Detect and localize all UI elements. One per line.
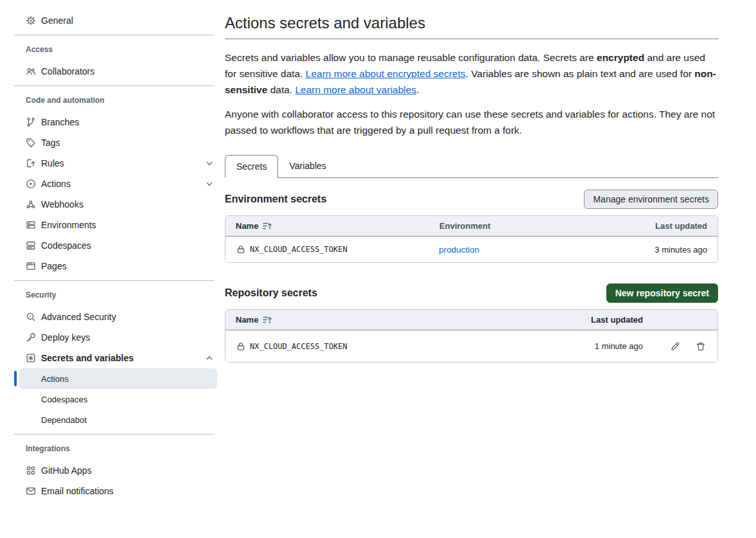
manage-environment-secrets-button[interactable]: Manage environment secrets: [584, 190, 718, 209]
sidebar-divider: [14, 35, 215, 35]
tab-secrets[interactable]: Secrets: [225, 155, 278, 178]
asterisk-box-icon: [26, 353, 36, 363]
sidebar-item-deploy-keys[interactable]: Deploy keys: [0, 327, 225, 348]
sidebar-subitem-codespaces[interactable]: Codespaces: [19, 389, 217, 409]
tab-variables[interactable]: Variables: [278, 155, 337, 178]
sidebar-item-label: Rules: [41, 158, 64, 168]
git-branch-icon: [26, 117, 36, 127]
sidebar-item-advanced-security[interactable]: Advanced Security: [0, 307, 225, 327]
title-divider: [225, 39, 718, 39]
environment-secrets-table: Name Environment Last updated NX_CLOUD_A…: [225, 215, 718, 263]
codescan-icon: [26, 312, 36, 322]
sidebar-item-label: Email notifications: [41, 486, 114, 496]
intro-text: .: [416, 84, 419, 95]
repository-secrets-heading: Repository secrets: [225, 287, 317, 299]
sidebar-section-integrations: Integrations: [0, 444, 225, 454]
edit-secret-button[interactable]: [670, 341, 681, 352]
sidebar-item-webhooks[interactable]: Webhooks: [0, 194, 225, 215]
sidebar-section-code-automation: Code and automation: [0, 95, 225, 105]
learn-more-variables-link[interactable]: Learn more about variables: [295, 84, 416, 95]
sidebar-item-collaborators[interactable]: Collaborators: [0, 61, 225, 82]
page-title: Actions secrets and variables: [225, 13, 718, 33]
server-icon: [26, 220, 36, 230]
play-icon: [26, 179, 36, 189]
mail-icon: [26, 486, 36, 496]
environment-secret-row: NX_CLOUD_ACCESS_TOKEN production 3 minut…: [225, 237, 717, 262]
codespaces-icon: [26, 240, 36, 251]
sidebar-item-label: General: [41, 15, 73, 26]
sidebar-item-email-notifications[interactable]: Email notifications: [0, 481, 225, 501]
sort-ascending-icon: [262, 315, 272, 325]
settings-sidebar: General Access Collaborators Code and au…: [0, 0, 225, 538]
intro-text: data.: [267, 84, 295, 95]
delete-secret-button[interactable]: [696, 341, 707, 352]
last-updated-value: 3 minutes ago: [655, 245, 707, 255]
environment-link[interactable]: production: [439, 245, 479, 255]
sidebar-subitem-label: Codespaces: [41, 395, 87, 404]
last-updated-column-label: Last updated: [655, 221, 707, 231]
sidebar-item-environments[interactable]: Environments: [0, 215, 225, 235]
sidebar-item-github-apps[interactable]: GitHub Apps: [0, 460, 225, 481]
intro-bold-encrypted: encrypted: [597, 52, 644, 63]
environment-column-label: Environment: [439, 221, 655, 231]
sidebar-item-label: Codespaces: [41, 240, 91, 251]
rules-icon: [26, 158, 36, 168]
repository-secrets-header: Repository secrets New repository secret: [225, 283, 718, 303]
sidebar-item-label: GitHub Apps: [41, 465, 92, 476]
sidebar-item-pages[interactable]: Pages: [0, 256, 225, 276]
environment-secrets-table-header: Name Environment Last updated: [225, 216, 717, 237]
intro-text: Secrets and variables allow you to manag…: [225, 52, 597, 63]
pencil-icon: [670, 341, 680, 352]
chevron-down-icon: [204, 158, 215, 168]
sidebar-subitem-label: Dependabot: [41, 415, 87, 425]
repo-settings-page: General Access Collaborators Code and au…: [0, 0, 756, 538]
sidebar-item-branches[interactable]: Branches: [0, 112, 225, 132]
sidebar-item-rules[interactable]: Rules: [0, 153, 225, 174]
gear-icon: [26, 15, 36, 26]
sidebar-item-codespaces[interactable]: Codespaces: [0, 235, 225, 256]
sidebar-divider: [14, 280, 215, 281]
selected-indicator: [14, 371, 17, 386]
new-repository-secret-button[interactable]: New repository secret: [606, 283, 718, 303]
tag-icon: [26, 138, 36, 148]
name-column-sort[interactable]: Name: [236, 315, 272, 325]
webhook-icon: [26, 199, 36, 210]
sidebar-section-security: Security: [0, 290, 225, 300]
sort-ascending-icon: [262, 221, 272, 231]
intro-paragraph: Secrets and variables allow you to manag…: [225, 49, 718, 98]
sidebar-item-label: Environments: [41, 220, 96, 230]
sidebar-item-label: Tags: [41, 138, 60, 148]
sidebar-item-label: Branches: [41, 117, 79, 127]
apps-grid-icon: [26, 465, 36, 476]
learn-more-encrypted-secrets-link[interactable]: Learn more about encrypted secrets: [306, 68, 466, 79]
chevron-up-icon: [204, 353, 215, 363]
intro-text: . Variables are shown as plain text and …: [466, 68, 694, 79]
key-icon: [26, 332, 36, 343]
sidebar-divider: [14, 85, 215, 86]
sidebar-item-label: Webhooks: [41, 199, 84, 210]
sidebar-subitem-dependabot[interactable]: Dependabot: [19, 409, 217, 430]
secret-name: NX_CLOUD_ACCESS_TOKEN: [250, 342, 347, 351]
chevron-down-icon: [204, 179, 215, 189]
sidebar-item-label: Secrets and variables: [41, 353, 134, 363]
collaborator-access-paragraph: Anyone with collaborator access to this …: [225, 106, 718, 138]
sidebar-item-label: Pages: [41, 261, 67, 271]
sidebar-item-tags[interactable]: Tags: [0, 132, 225, 153]
lock-icon: [236, 244, 246, 255]
name-column-label: Name: [236, 221, 258, 231]
main-content: Actions secrets and variables Secrets an…: [225, 0, 718, 363]
environment-secrets-header: Environment secrets Manage environment s…: [225, 190, 718, 209]
sidebar-subitem-actions[interactable]: Actions: [19, 368, 217, 389]
environment-secrets-heading: Environment secrets: [225, 193, 326, 205]
sidebar-item-label: Advanced Security: [41, 312, 116, 322]
lock-icon: [236, 341, 246, 352]
repository-secrets-table-header: Name Last updated: [225, 310, 717, 330]
secret-name: NX_CLOUD_ACCESS_TOKEN: [250, 245, 347, 254]
name-column-sort[interactable]: Name: [236, 221, 272, 231]
last-updated-value: 1 minute ago: [559, 341, 643, 351]
sidebar-item-actions[interactable]: Actions: [0, 174, 225, 194]
sidebar-item-general[interactable]: General: [0, 10, 225, 31]
trash-icon: [696, 341, 706, 352]
sidebar-item-label: Actions: [41, 179, 71, 189]
sidebar-item-secrets-and-variables[interactable]: Secrets and variables: [0, 348, 225, 368]
